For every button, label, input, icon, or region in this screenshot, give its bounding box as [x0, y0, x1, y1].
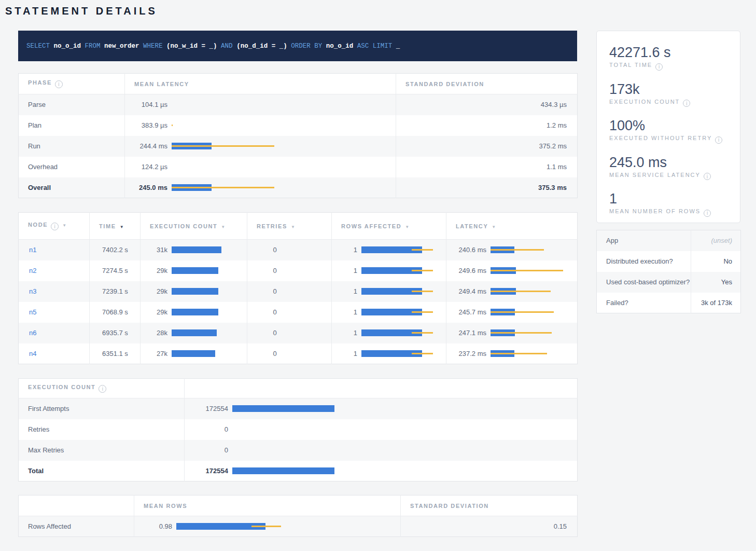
exec-count-bar	[172, 267, 223, 274]
node-column-header[interactable]: Node	[19, 213, 90, 240]
sort-desc-icon[interactable]	[492, 225, 496, 229]
node-link[interactable]: n6	[19, 329, 36, 337]
sort-desc-icon[interactable]	[120, 225, 124, 229]
latency-bar	[491, 246, 567, 253]
table-row: Parse 104.1 µs 434.3 µs	[19, 94, 578, 115]
std-dev-value: 0.15	[401, 516, 578, 537]
exec-count-value: 29k	[141, 267, 172, 274]
distributed-execution-value: No	[691, 251, 741, 272]
execution-count-column-header[interactable]: Execution Count	[141, 213, 247, 240]
retries-column-header[interactable]: Retries	[247, 213, 332, 240]
main-column: SELECT no_o_id FROM new_order WHERE (no_…	[18, 31, 577, 537]
exec-row-label: Max Retries	[19, 440, 185, 461]
rows-affected-bar	[361, 246, 437, 253]
table-row: App (unset)	[597, 230, 741, 251]
phase-latency-table: Phase Mean Latency Standard Deviation Pa…	[18, 73, 578, 198]
retries-value: 0	[247, 260, 332, 281]
stat-executed-without-retry: 100% Executed without Retry	[609, 118, 727, 144]
node-link[interactable]: n2	[19, 267, 36, 274]
info-icon[interactable]	[715, 136, 722, 144]
latency-bar	[491, 329, 567, 336]
sql-identifier: new_order	[104, 43, 139, 50]
latency-value: 237.2 ms	[446, 350, 491, 357]
exec-count-value: 31k	[141, 246, 172, 254]
rows-affected-bar	[361, 267, 437, 274]
node-time: 6935.7 s	[90, 323, 141, 343]
rows-affected-value: 1	[332, 308, 361, 316]
node-time: 7402.2 s	[90, 240, 141, 260]
table-row: Max Retries 0	[19, 440, 578, 461]
info-icon[interactable]	[704, 173, 711, 180]
exec-count-bar	[172, 350, 223, 357]
rows-affected-value: 1	[332, 287, 361, 295]
info-icon[interactable]	[655, 63, 663, 71]
latency-bar	[491, 309, 567, 315]
exec-row-label: Retries	[19, 419, 185, 440]
latency-bar	[491, 350, 567, 357]
info-icon[interactable]	[55, 80, 63, 88]
info-icon[interactable]	[99, 385, 106, 393]
sql-identifier: no_o_id	[54, 43, 81, 50]
sort-desc-icon[interactable]	[405, 225, 409, 229]
info-icon[interactable]	[683, 100, 690, 107]
std-dev-value: 1.1 ms	[396, 157, 578, 177]
distributed-execution-label: Distributed execution?	[597, 251, 691, 272]
phase-label: Run	[19, 136, 125, 157]
exec-count-value: 172554	[185, 405, 232, 412]
sql-keyword: WHERE	[139, 43, 167, 50]
page-title: STATEMENT DETAILS	[0, 0, 756, 17]
table-row: n2 7274.5 s 29k 0 1 249.6 ms	[19, 260, 578, 281]
exec-count-bar	[172, 309, 223, 315]
std-dev-value: 1.2 ms	[396, 115, 578, 136]
exec-count-bar	[232, 405, 336, 412]
app-details-table: App (unset) Distributed execution? No Us…	[596, 230, 741, 313]
node-time: 7274.5 s	[90, 260, 141, 281]
phase-label: Plan	[19, 115, 125, 136]
latency-value: 240.6 ms	[446, 246, 491, 254]
table-row: Run 244.4 ms 375.2 ms	[19, 136, 578, 157]
node-time: 6351.1 s	[90, 343, 141, 364]
failed-value: 3k of 173k	[691, 293, 741, 313]
sql-identifier: _	[396, 43, 400, 50]
sort-desc-icon[interactable]	[62, 223, 66, 228]
exec-count-bar	[232, 467, 336, 474]
node-link[interactable]: n5	[19, 308, 36, 316]
stat-execution-count: 173k Execution Count	[609, 81, 727, 107]
latency-bar	[491, 288, 567, 295]
execution-count-table: Execution Count First Attempts 172554 Re…	[18, 378, 578, 481]
exec-row-label: First Attempts	[19, 398, 185, 419]
table-row: n5 7068.9 s 29k 0 1 245.7 ms	[19, 302, 578, 323]
mean-rows-column-header: Mean Rows	[134, 495, 401, 516]
table-row: First Attempts 172554	[19, 398, 578, 419]
table-row: n1 7402.2 s 31k 0 1 240.6 ms	[19, 240, 578, 260]
node-stats-table: Node Time Execution Count Retries Rows A…	[18, 212, 578, 364]
table-row: Overhead 124.2 µs 1.1 ms	[19, 157, 578, 177]
rows-affected-bar	[361, 309, 437, 315]
app-label: App	[597, 230, 691, 251]
info-icon[interactable]	[51, 223, 59, 230]
node-link[interactable]: n4	[19, 350, 36, 357]
table-row: Retries 0	[19, 419, 578, 440]
blank-header	[19, 495, 134, 516]
blank-header	[185, 379, 578, 398]
std-dev-value: 434.3 µs	[396, 94, 578, 115]
info-icon[interactable]	[704, 210, 711, 217]
rows-affected-value: 1	[332, 246, 361, 254]
node-link[interactable]: n3	[19, 287, 36, 295]
node-time: 7068.9 s	[90, 302, 141, 323]
app-value: (unset)	[691, 230, 741, 251]
exec-count-bar	[172, 329, 223, 336]
time-column-header[interactable]: Time	[90, 213, 141, 240]
latency-column-header[interactable]: Latency	[446, 213, 578, 240]
summary-stats-card: 42271.6 s Total Time 173k Execution Coun…	[596, 31, 740, 223]
latency-value: 247.1 ms	[446, 329, 491, 337]
table-row: n3 7239.1 s 29k 0 1 249.4 ms	[19, 281, 578, 302]
node-link[interactable]: n1	[19, 246, 36, 254]
retries-value: 0	[247, 240, 332, 260]
stat-total-time: 42271.6 s Total Time	[609, 45, 727, 71]
sort-desc-icon[interactable]	[221, 225, 225, 229]
rows-affected-column-header[interactable]: Rows Affected	[332, 213, 446, 240]
std-dev-column-header: Standard Deviation	[401, 495, 578, 516]
sql-identifier: (no_d_id = _)	[236, 43, 287, 50]
sort-desc-icon[interactable]	[291, 225, 295, 229]
